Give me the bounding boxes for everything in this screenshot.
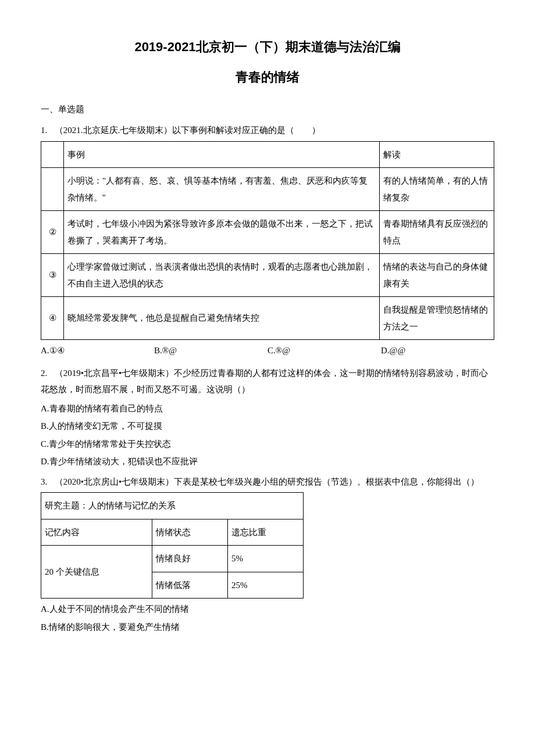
header-case: 事例 [64,141,380,168]
option-c: C.®@ [268,342,381,359]
q1-number: 1. [41,122,52,139]
case-cell: 考试时，七年级小冲因为紧张导致许多原本会做的题做不出来，一怒之下，把试卷撕了，哭… [64,211,380,254]
q1-table: 事例 解读 小明说："人都有喜、怒、哀、惧等基本情绪，有害羞、焦虑、厌恶和内疚等… [41,141,494,341]
option-a: A.青春期的情绪有着自己的特点 [41,400,494,417]
case-cell: 晓旭经常爱发脾气，他总是提醒自己避免情绪失控 [64,297,380,340]
content-cell: 25% [228,572,304,599]
table-row: 20 个关键信息 情绪良好 5% [41,546,304,572]
option-d: D.青少年情绪波动大，犯错误也不应批评 [41,453,494,470]
read-cell: 情绪的表达与自己的身体健康有关 [380,254,494,297]
q1-text: （2021.北京延庆.七年级期末）以下事例和解读对应正确的是（ ） [55,126,321,135]
table-row: 小明说："人都有喜、怒、哀、惧等基本情绪，有害羞、焦虑、厌恶和内疚等复杂情绪。'… [41,168,494,211]
option-b: B.®@ [154,342,268,359]
header-read: 解读 [380,141,494,168]
q2-text: （2019•北京昌平•七年级期末）不少经历过青春期的人都有过这样的体会，这一时期… [41,368,488,395]
header-cell: 记忆内容 [41,519,152,546]
case-cell: 小明说："人都有喜、怒、哀、惧等基本情绪，有害羞、焦虑、厌恶和内疚等复杂情绪。'… [64,168,380,211]
table-row: ② 考试时，七年级小冲因为紧张导致许多原本会做的题做不出来，一怒之下，把试卷撕了… [41,211,494,254]
option-c: C.青少年的情绪常常处于失控状态 [41,436,494,453]
section-header: 一、单选题 [41,101,494,118]
q2-stem: 2. （2019•北京昌平•七年级期末）不少经历过青春期的人都有过这样的体会，这… [41,365,494,398]
table-row: ④ 晓旭经常爱发脾气，他总是提醒自己避免情绪失控 自我提醒是管理愤怒情绪的方法之… [41,297,494,340]
table-row: ③ 心理学家曾做过测试，当表演者做出恐惧的表情时，观看的志愿者也心跳加剧，不由自… [41,254,494,297]
content-cell: 5% [228,546,304,572]
option-b: B.情绪的影响很大，要避免产生情绪 [41,619,494,636]
header-cell: 遗忘比重 [228,519,304,546]
content-cell: 情绪良好 [152,546,227,572]
q3-table: 研究主题：人的情绪与记忆的关系 记忆内容 情绪状态 遗忘比重 20 个关键信息 … [41,492,304,599]
read-cell: 有的人情绪简单，有的人情绪复杂 [380,168,494,211]
idx-cell: ② [41,211,64,254]
table-row: 事例 解读 [41,141,494,168]
option-a: A.人处于不同的情境会产生不同的情绪 [41,601,494,618]
idx-cell [41,168,64,211]
content-cell: 20 个关键信息 [41,546,152,599]
option-b: B.人的情绪变幻无常，不可捉摸 [41,418,494,435]
content-cell: 情绪低落 [152,572,227,599]
header-cell: 情绪状态 [152,519,227,546]
page-subtitle: 青春的情绪 [41,65,494,89]
q1-stem: 1. （2021.北京延庆.七年级期末）以下事例和解读对应正确的是（ ） [41,122,494,139]
read-cell: 自我提醒是管理愤怒情绪的方法之一 [380,297,494,340]
q3-stem: 3. （2020•北京房山•七年级期末）下表是某校七年级兴趣小组的研究报告（节选… [41,474,494,490]
idx-cell: ③ [41,254,64,297]
q3-number: 3. [41,474,52,490]
q1-options: A.①④ B.®@ C.®@ D.@@ [41,342,494,359]
idx-cell: ④ [41,297,64,340]
read-cell: 青春期情绪具有反应强烈的特点 [380,211,494,254]
q3-text: （2020•北京房山•七年级期末）下表是某校七年级兴趣小组的研究报告（节选）。根… [55,477,480,486]
table-title: 研究主题：人的情绪与记忆的关系 [41,493,304,519]
q2-number: 2. [41,365,52,382]
table-row: 记忆内容 情绪状态 遗忘比重 [41,519,304,546]
page-title: 2019-2021北京初一（下）期末道德与法治汇编 [41,35,494,59]
option-a: A.①④ [41,342,154,359]
case-cell: 心理学家曾做过测试，当表演者做出恐惧的表情时，观看的志愿者也心跳加剧，不由自主进… [64,254,380,297]
table-row: 研究主题：人的情绪与记忆的关系 [41,493,304,519]
option-d: D.@@ [381,342,494,359]
idx-cell [41,141,64,168]
